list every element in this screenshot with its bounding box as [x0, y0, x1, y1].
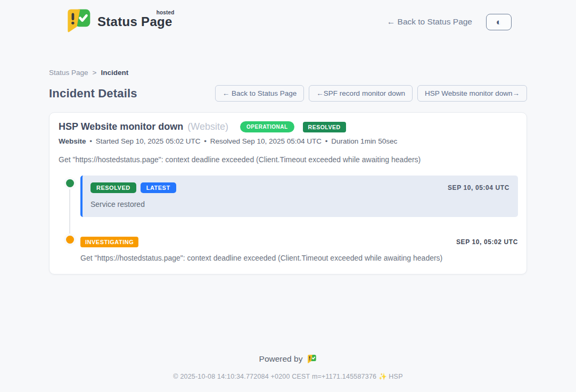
meta-component: Website — [59, 137, 86, 145]
meta-resolved: Resolved Sep 10, 2025 05:04 UTC — [210, 137, 322, 145]
timeline-investigating-message: Get "https://hostedstatus.page": context… — [80, 254, 518, 262]
back-to-status-page-button[interactable]: ← Back to Status Page — [215, 85, 305, 102]
resolved-status-badge: RESOLVED — [303, 122, 346, 132]
brand-name: Status Page hosted — [97, 14, 172, 29]
incident-component-label: (Website) — [187, 121, 228, 132]
footer: Powered by © 2025-10-08 14:10:34.772084 … — [0, 345, 576, 392]
next-incident-button[interactable]: HSP Website monitor down→ — [417, 85, 527, 102]
half-circle-theme-icon: ◐ — [496, 18, 501, 27]
timeline-dot-investigating — [66, 236, 74, 244]
copyright-text: © 2025-10-08 14:10:34.772084 +0200 CEST … — [0, 372, 576, 380]
timeline-investigating-timestamp: SEP 10, 05:02 UTC — [456, 238, 518, 246]
breadcrumb-incident: Incident — [101, 69, 128, 77]
timeline-resolved-timestamp: SEP 10, 05:04 UTC — [448, 184, 509, 191]
timeline-resolved-badge: RESOLVED — [90, 182, 136, 193]
timeline-resolved-highlight-box: RESOLVED LATEST SEP 10, 05:04 UTC Servic… — [80, 176, 518, 217]
powered-by-label: Powered by — [259, 354, 303, 364]
incident-description: Get "https://hostedstatus.page": context… — [59, 155, 518, 164]
page-title: Incident Details — [49, 87, 137, 101]
breadcrumb-status-page-link[interactable]: Status Page — [49, 69, 88, 77]
header-back-to-status-page-link[interactable]: ← Back to Status Page — [387, 17, 472, 27]
incident-nav-buttons: ← Back to Status Page ←SPF record monito… — [215, 85, 527, 102]
timeline-update-investigating: INVESTIGATING SEP 10, 05:02 UTC Get "htt… — [59, 235, 518, 262]
incident-details-card: HSP Website monitor down (Website) OPERA… — [49, 112, 527, 274]
timeline-dot-resolved — [66, 179, 74, 187]
header: Status Page hosted ← Back to Status Page… — [0, 0, 576, 41]
meta-duration: Duration 1min 50sec — [331, 137, 397, 145]
brand-logo[interactable]: Status Page hosted — [64, 8, 172, 36]
prev-incident-button[interactable]: ←SPF record monitor down — [309, 85, 413, 102]
breadcrumb: Status Page > Incident — [49, 69, 527, 77]
brand-superscript: hosted — [157, 10, 175, 15]
operational-status-badge: OPERATIONAL — [240, 121, 294, 132]
incident-timeline: RESOLVED LATEST SEP 10, 05:04 UTC Servic… — [59, 176, 518, 262]
timeline-resolved-message: Service restored — [90, 200, 509, 208]
timeline-latest-badge: LATEST — [141, 182, 176, 193]
breadcrumb-separator: > — [93, 69, 97, 77]
timeline-update-resolved: RESOLVED LATEST SEP 10, 05:04 UTC Servic… — [59, 176, 518, 217]
status-page-logo-icon — [64, 8, 92, 36]
timeline-investigating-badge: INVESTIGATING — [80, 237, 138, 247]
footer-status-page-logo-icon[interactable] — [307, 354, 317, 364]
incident-meta: Website • Started Sep 10, 2025 05:02 UTC… — [59, 137, 518, 145]
meta-started: Started Sep 10, 2025 05:02 UTC — [96, 137, 201, 145]
main-content: Status Page > Incident Incident Details … — [49, 41, 527, 274]
incident-title: HSP Website monitor down — [59, 121, 183, 132]
theme-toggle-button[interactable]: ◐ — [486, 14, 512, 30]
